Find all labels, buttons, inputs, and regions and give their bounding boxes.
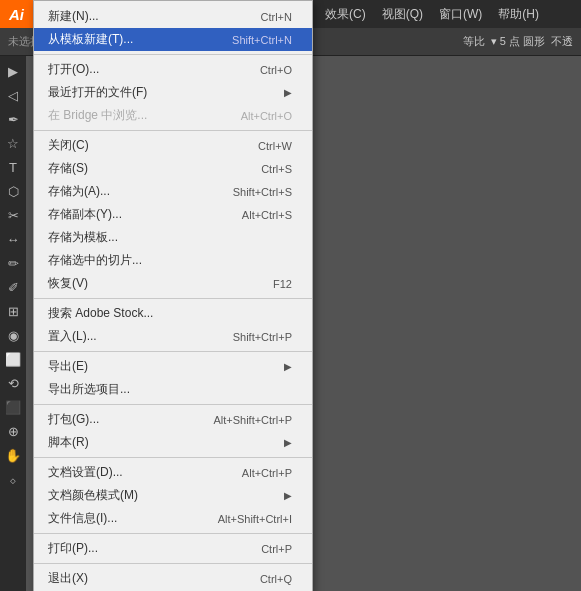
menu-document-setup-label: 文档设置(D)... [48,464,212,481]
tool-shape[interactable]: ⬡ [2,180,24,202]
menu-exit-shortcut: Ctrl+Q [260,573,292,585]
menu-browse-bridge: 在 Bridge 中浏览... Alt+Ctrl+O [34,104,312,127]
file-dropdown-menu: 新建(N)... Ctrl+N 从模板新建(T)... Shift+Ctrl+N… [33,0,313,591]
tool-blend[interactable]: ⬜ [2,348,24,370]
sep4 [34,351,312,352]
menu-open-label: 打开(O)... [48,61,230,78]
menu-new-label: 新建(N)... [48,8,231,25]
menu-save-as-label: 存储为(A)... [48,183,203,200]
menu-print[interactable]: 打印(P)... Ctrl+P [34,537,312,560]
menu-exit-label: 退出(X) [48,570,230,587]
dropdown-overlay: 新建(N)... Ctrl+N 从模板新建(T)... Shift+Ctrl+N… [33,0,313,591]
menu-close[interactable]: 关闭(C) Ctrl+W [34,134,312,157]
menu-new-shortcut: Ctrl+N [261,11,292,23]
menu-file-info[interactable]: 文件信息(I)... Alt+Shift+Ctrl+I [34,507,312,530]
menu-export-for-screens-label: 导出所选项目... [48,381,292,398]
menu-close-shortcut: Ctrl+W [258,140,292,152]
open-recent-arrow: ▶ [284,87,292,98]
menu-save-label: 存储(S) [48,160,231,177]
menu-open-recent[interactable]: 最近打开的文件(F) ▶ [34,81,312,104]
menu-save-selected-slices-label: 存储选中的切片... [48,252,292,269]
menu-export[interactable]: 导出(E) ▶ [34,355,312,378]
menu-save-template[interactable]: 存储为模板... [34,226,312,249]
tool-scissors[interactable]: ✂ [2,204,24,226]
menu-save-shortcut: Ctrl+S [261,163,292,175]
menu-open-recent-label: 最近打开的文件(F) [48,84,274,101]
menu-browse-bridge-label: 在 Bridge 中浏览... [48,107,211,124]
menu-item-effect[interactable]: 效果(C) [317,0,374,28]
tool-star[interactable]: ☆ [2,132,24,154]
sep3 [34,298,312,299]
menu-save-template-label: 存储为模板... [48,229,292,246]
toolbar-right: 等比 ▾ 5 点 圆形 不透 [463,34,573,49]
menu-export-label: 导出(E) [48,358,274,375]
menu-document-setup-shortcut: Alt+Ctrl+P [242,467,292,479]
menu-print-shortcut: Ctrl+P [261,543,292,555]
menu-save-as-shortcut: Shift+Ctrl+S [233,186,292,198]
menu-save-copy[interactable]: 存储副本(Y)... Alt+Ctrl+S [34,203,312,226]
menu-package-shortcut: Alt+Shift+Ctrl+P [213,414,292,426]
tool-column-graph[interactable]: ⬛ [2,396,24,418]
tool-hand[interactable]: ✋ [2,444,24,466]
menu-scripts[interactable]: 脚本(R) ▶ [34,431,312,454]
sep8 [34,563,312,564]
tool-gradient[interactable]: ◉ [2,324,24,346]
menu-file-info-label: 文件信息(I)... [48,510,188,527]
menu-package[interactable]: 打包(G)... Alt+Shift+Ctrl+P [34,408,312,431]
menu-new-from-template-label: 从模板新建(T)... [48,31,202,48]
menu-exit[interactable]: 退出(X) Ctrl+Q [34,567,312,590]
menu-open-shortcut: Ctrl+O [260,64,292,76]
menu-revert-label: 恢复(V) [48,275,243,292]
tool-pencil[interactable]: ✐ [2,276,24,298]
opacity-label: 不透 [551,34,573,49]
menu-browse-bridge-shortcut: Alt+Ctrl+O [241,110,292,122]
points-label[interactable]: ▾ 5 点 圆形 [491,34,545,49]
scripts-arrow: ▶ [284,437,292,448]
sep5 [34,404,312,405]
sep7 [34,533,312,534]
menu-save-copy-shortcut: Alt+Ctrl+S [242,209,292,221]
tool-fill[interactable]: ⬦ [2,468,24,490]
menu-search-stock[interactable]: 搜索 Adobe Stock... [34,302,312,325]
menu-document-setup[interactable]: 文档设置(D)... Alt+Ctrl+P [34,461,312,484]
menu-scripts-label: 脚本(R) [48,434,274,451]
menu-item-help[interactable]: 帮助(H) [490,0,547,28]
tool-zoom[interactable]: ⊕ [2,420,24,442]
menu-print-label: 打印(P)... [48,540,231,557]
menu-package-label: 打包(G)... [48,411,183,428]
menu-item-window[interactable]: 窗口(W) [431,0,490,28]
tool-pen[interactable]: ✒ [2,108,24,130]
tool-mesh[interactable]: ⊞ [2,300,24,322]
menu-save-selected-slices[interactable]: 存储选中的切片... [34,249,312,272]
menu-save[interactable]: 存储(S) Ctrl+S [34,157,312,180]
menu-document-color-mode[interactable]: 文档颜色模式(M) ▶ [34,484,312,507]
menu-place-label: 置入(L)... [48,328,203,345]
tool-brush[interactable]: ✏ [2,252,24,274]
sep2 [34,130,312,131]
menu-save-as[interactable]: 存储为(A)... Shift+Ctrl+S [34,180,312,203]
menu-revert[interactable]: 恢复(V) F12 [34,272,312,295]
menu-item-view[interactable]: 视图(Q) [374,0,431,28]
menu-export-for-screens[interactable]: 导出所选项目... [34,378,312,401]
menu-open[interactable]: 打开(O)... Ctrl+O [34,58,312,81]
menu-new-from-template-shortcut: Shift+Ctrl+N [232,34,292,46]
tool-direct-select[interactable]: ◁ [2,84,24,106]
color-mode-arrow: ▶ [284,490,292,501]
sep6 [34,457,312,458]
tool-select[interactable]: ▶ [2,60,24,82]
menu-close-label: 关闭(C) [48,137,228,154]
menu-new[interactable]: 新建(N)... Ctrl+N [34,5,312,28]
export-arrow: ▶ [284,361,292,372]
left-sidebar: ▶ ◁ ✒ ☆ T ⬡ ✂ ↔ ✏ ✐ ⊞ ◉ ⬜ ⟲ ⬛ ⊕ ✋ ⬦ [0,56,26,591]
menu-new-from-template[interactable]: 从模板新建(T)... Shift+Ctrl+N [34,28,312,51]
sep1 [34,54,312,55]
compare-label: 等比 [463,34,485,49]
tool-symbol[interactable]: ⟲ [2,372,24,394]
menu-document-color-mode-label: 文档颜色模式(M) [48,487,274,504]
menu-place-shortcut: Shift+Ctrl+P [233,331,292,343]
menu-file-info-shortcut: Alt+Shift+Ctrl+I [218,513,292,525]
menu-place[interactable]: 置入(L)... Shift+Ctrl+P [34,325,312,348]
tool-type[interactable]: T [2,156,24,178]
tool-rotate[interactable]: ↔ [2,228,24,250]
app-logo: Ai [0,0,33,28]
